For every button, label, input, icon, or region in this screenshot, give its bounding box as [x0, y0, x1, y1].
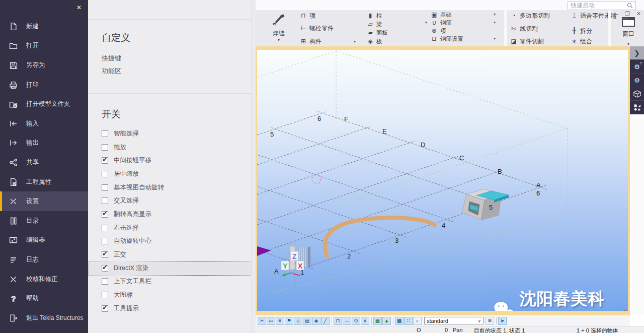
ribbon-combine[interactable]: ∗组合	[571, 37, 592, 45]
sidebar-item-share[interactable]: 共享	[0, 153, 88, 172]
checkbox[interactable]	[102, 184, 108, 191]
purple-part[interactable]	[257, 246, 271, 256]
select-line-button[interactable]: ╱	[321, 317, 330, 325]
chevron-down-icon[interactable]: ▾	[494, 20, 496, 25]
switch-tooltips[interactable]: 工具提示	[102, 302, 249, 315]
curved-beam[interactable]	[325, 218, 436, 258]
checkbox[interactable]	[102, 225, 108, 231]
sidebar-item-logs[interactable]: 日志	[0, 250, 88, 270]
sidebar-item-print[interactable]: 打印	[0, 75, 88, 95]
checkbox[interactable]	[102, 305, 108, 312]
select-plate-button[interactable]: ◈	[312, 317, 320, 325]
checkbox[interactable]	[102, 211, 108, 218]
switch-contextual-toolbar[interactable]: 上下文工具栏	[102, 275, 249, 289]
sidebar-item-new[interactable]: 新建	[0, 17, 88, 36]
ribbon-part-cut[interactable]: ◪零件切割	[510, 37, 544, 45]
snap-frame-button[interactable]: ⊓	[334, 317, 342, 325]
sidebar-item-editors[interactable]: 编辑器	[0, 231, 88, 250]
cut-tool-button[interactable]: ✂	[258, 317, 266, 325]
checkbox[interactable]	[102, 292, 108, 298]
ribbon-footing[interactable]: ▣基础	[431, 11, 452, 19]
switch-directx-rendering[interactable]: DirectX 渲染	[89, 261, 256, 275]
ribbon-item-steel[interactable]: ⊓项	[300, 12, 315, 20]
sidebar-item-settings[interactable]: 设置	[0, 191, 88, 211]
ribbon-column[interactable]: ▮柱	[367, 12, 382, 20]
ribbon-rebar[interactable]: ∪钢筋	[431, 19, 452, 27]
chevron-down-icon[interactable]: ▾	[354, 39, 356, 44]
chevron-down-icon[interactable]: ▾	[265, 38, 293, 42]
select-filter-button[interactable]: ≡	[276, 317, 284, 325]
chevron-down-icon[interactable]: ▾	[494, 12, 496, 17]
ribbon-beam[interactable]: ▱梁	[367, 20, 382, 28]
snap-override-button[interactable]: ❄	[486, 317, 494, 325]
cube-button[interactable]	[630, 87, 644, 101]
ribbon-panel[interactable]: ▰面板	[367, 29, 388, 37]
ribbon-rebar-item[interactable]: ⊛项	[431, 27, 446, 35]
quick-launch-search[interactable]: 快速启动	[568, 1, 636, 10]
switch-ortho[interactable]: 正交	[102, 248, 249, 261]
model-view-3d[interactable]: Z Y X F E D C B A 1 2 3 4 5 6 5 6 A	[257, 50, 628, 311]
zoom-snap-button[interactable]: ⌕	[413, 317, 422, 325]
snap-endpoint-button[interactable]: ↔	[343, 317, 351, 325]
select-panel-button[interactable]: ▤	[303, 317, 311, 325]
checkbox[interactable]	[102, 197, 108, 204]
switch-middle-button-pan[interactable]: 中间按钮平移	[102, 154, 249, 167]
sidebar-item-save-as[interactable]: 另存为	[0, 55, 88, 75]
chevron-down-icon[interactable]: ▾	[494, 36, 496, 41]
ribbon-split[interactable]: ╂拆分	[571, 27, 592, 35]
panel-splitter[interactable]	[252, 0, 256, 333]
snap-settings-dropdown[interactable]: standard ∨	[424, 317, 484, 324]
ribbon-weld-button[interactable]: 焊缝 ▾	[265, 12, 293, 42]
grid-snap-button[interactable]: ▩	[395, 317, 404, 325]
chevron-down-icon[interactable]: ▾	[627, 42, 629, 46]
sidebar-item-export[interactable]: 输出	[0, 134, 88, 153]
sidebar-item-project-properties[interactable]: 工程属性	[0, 172, 88, 192]
switch-drag-drop[interactable]: 拖放	[102, 141, 249, 154]
checkbox[interactable]	[102, 144, 108, 151]
ribbon-assembly[interactable]: ⊞构件	[300, 37, 321, 45]
sidebar-item-check-repair[interactable]: 校核和修正	[0, 270, 88, 289]
switch-centered-zoom[interactable]: 居中缩放	[102, 167, 249, 181]
cursor-tool-button[interactable]: ➤	[498, 317, 507, 325]
ribbon-link[interactable]: 功能区	[102, 66, 121, 76]
chevron-down-icon[interactable]: ▾	[425, 20, 427, 25]
snap-grid-toggle[interactable]: ▦	[373, 317, 382, 325]
select-area-button[interactable]: ▭	[267, 317, 275, 325]
checkbox[interactable]	[102, 251, 108, 258]
switch-right-click-select[interactable]: 右击选择	[102, 221, 249, 235]
switch-smart-select[interactable]: 智能选择	[102, 127, 249, 141]
snap-angle-button[interactable]: ∧	[361, 317, 369, 325]
ribbon-bolt-part[interactable]: ⊢螺栓零件	[300, 24, 334, 32]
sidebar-item-open-model-folder[interactable]: 打开模型文件夹	[0, 94, 88, 114]
snap-midpoint-button[interactable]: ⊙	[352, 317, 360, 325]
switch-rollover-highlight[interactable]: 翻转高亮显示	[102, 208, 249, 221]
settings-gear-button[interactable]: ⚙	[630, 74, 644, 87]
checkbox[interactable]	[102, 171, 108, 177]
reference-snap-button[interactable]: ∷	[404, 317, 413, 325]
shortcuts-link[interactable]: 快捷键	[102, 54, 121, 63]
snap-points-toggle[interactable]: ▲	[382, 317, 391, 325]
checkbox[interactable]	[102, 130, 108, 137]
select-rebar-button[interactable]: ∪	[294, 317, 302, 325]
checkbox[interactable]	[102, 265, 108, 272]
ribbon-slab[interactable]: ◈板	[367, 37, 382, 45]
ribbon-line-cut[interactable]: ✄线切割	[510, 25, 538, 33]
switch-auto-rotation-center[interactable]: 自动旋转中心	[102, 235, 249, 248]
sidebar-item-exit[interactable]: 退出 Tekla Structures	[0, 308, 88, 328]
switch-crossing-select[interactable]: 交叉选择	[102, 194, 249, 208]
sidebar-item-catalog[interactable]: 目录	[0, 211, 88, 231]
select-flag-button[interactable]: ⚑	[285, 317, 293, 325]
sidebar-item-open[interactable]: 打开	[0, 36, 88, 56]
components-button[interactable]	[630, 101, 644, 114]
sidebar-item-help[interactable]: ? 帮助	[0, 289, 88, 308]
expand-side-pane-button[interactable]: ❯	[630, 46, 644, 60]
gear-question-button[interactable]: ⚙ ?	[630, 60, 644, 74]
ribbon-window-button[interactable]: 窗口 ▾	[613, 10, 644, 47]
switch-large-icons[interactable]: 大图标	[102, 288, 249, 302]
checkbox[interactable]	[102, 238, 108, 244]
checkbox[interactable]	[102, 157, 108, 164]
ribbon-rebar-settings[interactable]: ⊔钢筋设置	[431, 35, 463, 43]
sidebar-item-import[interactable]: 输入	[0, 114, 88, 134]
close-icon[interactable]: ✕	[76, 4, 82, 11]
switch-auto-rotate-basic-view[interactable]: 基本视图自动旋转	[102, 181, 249, 194]
